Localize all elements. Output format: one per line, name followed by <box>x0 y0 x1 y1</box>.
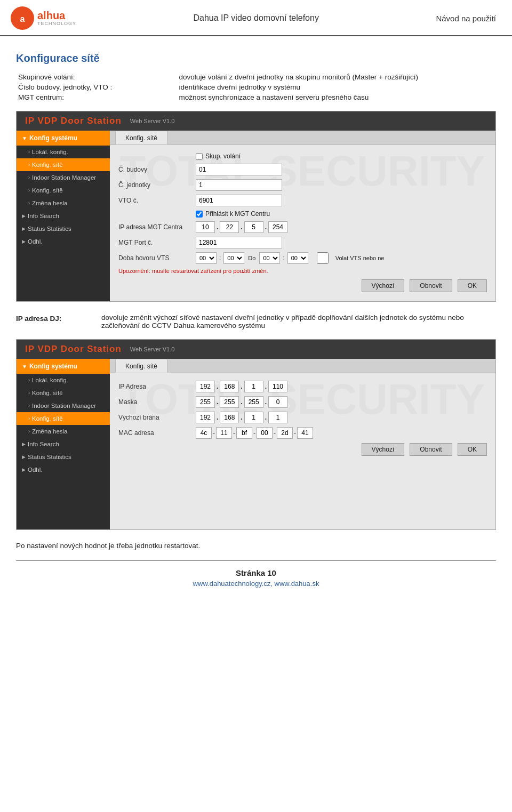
input-jednotky[interactable] <box>196 179 282 191</box>
dot-icon: . <box>217 223 218 231</box>
form-row-ip-adresa: IP Adresa . . . <box>118 381 487 392</box>
btn-ok-1[interactable]: OK <box>458 279 487 292</box>
sidebar-info-search-1[interactable]: ▶ Info Search <box>17 210 110 222</box>
ws-form-2: IP Adresa . . . Maska <box>110 373 495 463</box>
ip-dj-section: IP adresa DJ: dovoluje změnit výchozí sí… <box>16 313 496 329</box>
logo: a alhua TECHNOLOGY <box>11 6 76 30</box>
mask-oct2[interactable] <box>220 396 239 408</box>
ip-addr-oct4[interactable] <box>268 381 287 392</box>
chevron-icon: › <box>28 175 30 180</box>
checkbox-volat-vts[interactable] <box>313 252 332 264</box>
mac-seg2[interactable] <box>216 427 232 439</box>
page-footer: Stránka 10 www.dahuatechnology.cz, www.d… <box>16 560 496 592</box>
sidebar-section-1[interactable]: ▼ Konfig systému <box>17 131 110 146</box>
colon-icon: : <box>219 254 221 262</box>
ws-tab-bar-1: Konfig. sítě <box>110 131 495 145</box>
mask-oct3[interactable] <box>244 396 263 408</box>
input-vto[interactable] <box>196 195 282 206</box>
form-checkbox-mgt[interactable]: Přihlásit k MGT Centru <box>196 210 270 218</box>
desc-label-2: Číslo budovy, jednotky, VTO : <box>16 82 177 92</box>
form-row-doba: Doba hovoru VTS 00 : 00 Do 00 : 00 Volat… <box>118 252 487 264</box>
gw-oct2[interactable] <box>220 412 239 423</box>
sidebar-odhl-2[interactable]: ▶ Odhl. <box>17 463 110 476</box>
btn-vychozi-2[interactable]: Výchozí <box>362 443 405 456</box>
dot-icon: . <box>265 223 267 231</box>
sidebar-item-heslo-2[interactable]: › Změna hesla <box>17 425 110 438</box>
gw-oct1[interactable] <box>196 412 215 423</box>
sidebar-item-label: Konfig. sítě <box>32 162 63 168</box>
select-doba-m2[interactable]: 00 <box>287 252 308 264</box>
sidebar-item-konfig-2[interactable]: › Konfig. sítě <box>17 184 110 197</box>
sidebar-status-stats-2[interactable]: ▶ Status Statistics <box>17 451 110 463</box>
mask-oct4[interactable] <box>268 396 287 408</box>
form-checkbox-skup[interactable]: Skup. volání <box>196 152 241 160</box>
warning-text-1: Upozornění: musíte restartovat zařízení … <box>118 268 487 274</box>
ip-addr-oct3[interactable] <box>244 381 263 392</box>
form-row-mac: MAC adresa - - - - - <box>118 427 487 439</box>
sidebar-item-label: Konfig. sítě <box>32 187 63 194</box>
mask-oct1[interactable] <box>196 396 215 408</box>
dash-icon: - <box>213 429 215 437</box>
ip-addr-oct1[interactable] <box>196 381 215 392</box>
ws-brand-2: IP VDP Door Station <box>25 344 122 355</box>
btn-obnovit-1[interactable]: Obnovit <box>410 279 452 292</box>
sidebar-item-indoor-1[interactable]: › Indoor Station Manager <box>17 171 110 184</box>
triangle-icon: ▶ <box>22 226 26 231</box>
mac-seg3[interactable] <box>236 427 252 439</box>
checkbox-mgt-centru[interactable] <box>196 211 203 218</box>
form-ip-mgt: . . . <box>196 221 287 233</box>
form-row-maska: Maska . . . <box>118 396 487 408</box>
ws-content-2: ▼ Konfig systému › Lokál. konfig. › Konf… <box>17 359 495 529</box>
sidebar-item-label: Status Statistics <box>28 454 71 460</box>
sidebar-section-2[interactable]: ▼ Konfig systému <box>17 359 110 374</box>
ip-mgt-oct4[interactable] <box>268 221 287 233</box>
sidebar-item-konfig-site-1[interactable]: › Konfig. sítě <box>17 158 110 171</box>
form-label-doba: Doba hovoru VTS <box>118 254 196 262</box>
desc-label-1: Skupinové volání: <box>16 72 177 82</box>
ws-tab-konfig-site-2[interactable]: Konfig. sítě <box>115 359 167 373</box>
sidebar-item-konfig-site-2[interactable]: › Konfig. sítě <box>17 412 110 425</box>
sidebar-item-lokal-1[interactable]: › Lokál. konfig. <box>17 146 110 158</box>
ip-addr-oct2[interactable] <box>220 381 239 392</box>
ip-mgt-oct3[interactable] <box>244 221 263 233</box>
btn-ok-2[interactable]: OK <box>458 443 487 456</box>
dot-icon: . <box>265 414 267 421</box>
gw-oct4[interactable] <box>268 412 287 423</box>
select-doba-h2[interactable]: 00 <box>259 252 280 264</box>
sidebar-item-lokal-2[interactable]: › Lokál. konfig. <box>17 374 110 387</box>
checkbox-skup-volani[interactable] <box>196 153 203 160</box>
ws-sidebar-1: ▼ Konfig systému › Lokál. konfig. › Konf… <box>17 131 110 301</box>
sidebar-item-konfig-2a[interactable]: › Konfig. sítě <box>17 387 110 399</box>
sidebar-item-label: Změna hesla <box>32 428 67 435</box>
input-mgt-port[interactable] <box>196 237 282 248</box>
btn-row-2: Výchozí Obnovit OK <box>118 443 487 456</box>
ws-form-1: Skup. volání Č. budovy Č. jednotky <box>110 145 495 300</box>
gw-oct3[interactable] <box>244 412 263 423</box>
checkbox-label-mgt: Přihlásit k MGT Centru <box>205 210 270 218</box>
mac-seg6[interactable] <box>297 427 313 439</box>
select-doba-m1[interactable]: 00 <box>223 252 244 264</box>
footer-links[interactable]: www.dahuatechnology.cz, www.dahua.sk <box>16 580 496 588</box>
form-label-vto: VTO č. <box>118 197 196 204</box>
sidebar-item-heslo-1[interactable]: › Změna hesla <box>17 197 110 210</box>
ws-tab-konfig-site-1[interactable]: Konfig. sítě <box>115 131 167 144</box>
btn-obnovit-2[interactable]: Obnovit <box>410 443 452 456</box>
ip-mgt-oct2[interactable] <box>220 221 239 233</box>
mac-seg5[interactable] <box>277 427 293 439</box>
input-budovy[interactable] <box>196 164 282 175</box>
mac-seg1[interactable] <box>196 427 212 439</box>
form-row-budovy: Č. budovy <box>118 164 487 175</box>
desc-row-2: Číslo budovy, jednotky, VTO : identifika… <box>16 82 496 92</box>
colon-icon: : <box>283 254 284 262</box>
dot-icon: . <box>217 398 218 406</box>
form-ip-adresa: . . . <box>196 381 287 392</box>
ip-mgt-oct1[interactable] <box>196 221 215 233</box>
select-doba-h1[interactable]: 00 <box>196 252 217 264</box>
sidebar-odhl-1[interactable]: ▶ Odhl. <box>17 235 110 248</box>
mac-seg4[interactable] <box>257 427 273 439</box>
sidebar-info-search-2[interactable]: ▶ Info Search <box>17 438 110 451</box>
sidebar-item-indoor-2[interactable]: › Indoor Station Manager <box>17 399 110 412</box>
btn-vychozi-1[interactable]: Výchozí <box>362 279 405 292</box>
dash-icon: - <box>233 429 235 437</box>
sidebar-status-stats-1[interactable]: ▶ Status Statistics <box>17 222 110 235</box>
